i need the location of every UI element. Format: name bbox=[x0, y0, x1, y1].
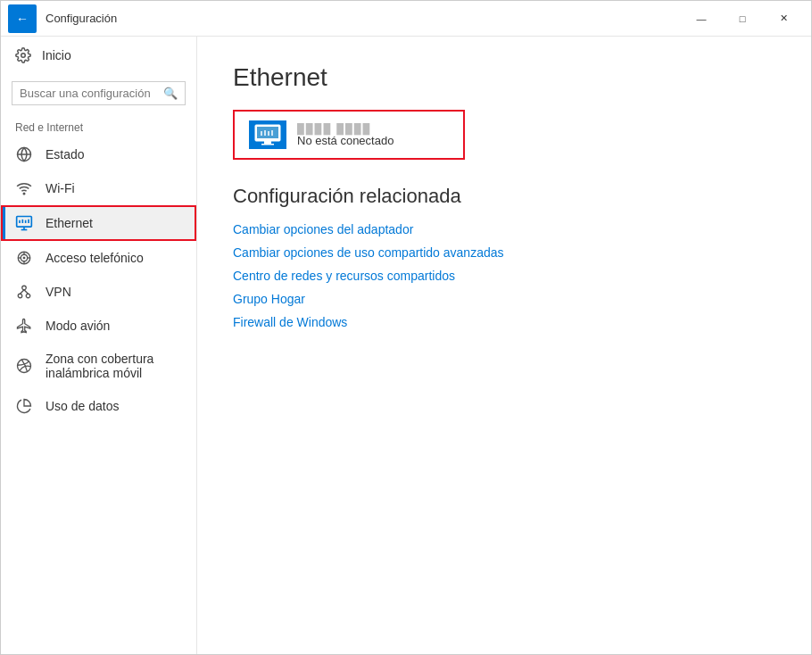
svg-point-12 bbox=[21, 254, 28, 261]
wifi-label: Wi-Fi bbox=[46, 181, 75, 195]
link-centro-redes[interactable]: Centro de redes y recursos compartidos bbox=[233, 269, 775, 283]
main-panel: Ethernet bbox=[197, 37, 811, 654]
close-button[interactable]: ✕ bbox=[763, 1, 804, 37]
sidebar-item-acceso[interactable]: Acceso telefónico bbox=[1, 241, 196, 275]
vpn-icon bbox=[15, 284, 33, 300]
svg-point-19 bbox=[18, 294, 22, 298]
sidebar-item-ethernet[interactable]: Ethernet bbox=[1, 205, 196, 241]
acceso-label: Acceso telefónico bbox=[46, 251, 144, 265]
titlebar: ← Configuración — □ ✕ bbox=[1, 1, 811, 37]
network-name: ████ ████ bbox=[297, 123, 394, 134]
plane-icon bbox=[15, 318, 33, 334]
svg-line-22 bbox=[24, 290, 29, 294]
link-compartido-avanzadas[interactable]: Cambiar opciones de uso compartido avanz… bbox=[233, 245, 775, 260]
sidebar-category: Red e Internet bbox=[1, 112, 196, 137]
minimize-button[interactable]: — bbox=[681, 1, 722, 37]
svg-point-0 bbox=[21, 54, 26, 58]
maximize-button[interactable]: □ bbox=[722, 1, 763, 37]
datos-label: Uso de datos bbox=[46, 399, 120, 413]
sidebar-item-wifi[interactable]: Wi-Fi bbox=[1, 171, 196, 205]
inicio-label: Inicio bbox=[42, 48, 71, 62]
svg-point-18 bbox=[22, 286, 27, 290]
phone-icon bbox=[15, 250, 33, 266]
link-firewall[interactable]: Firewall de Windows bbox=[233, 315, 775, 329]
avion-label: Modo avión bbox=[46, 319, 110, 333]
sidebar-item-zona[interactable]: Zona con cobertura inalámbrica móvil bbox=[1, 343, 196, 389]
hotspot-icon bbox=[15, 358, 33, 374]
svg-point-3 bbox=[23, 193, 25, 195]
link-cambiar-adaptador[interactable]: Cambiar opciones del adaptador bbox=[233, 222, 775, 236]
page-title: Ethernet bbox=[233, 63, 775, 92]
search-icon: 🔍 bbox=[163, 87, 178, 100]
sidebar-item-estado[interactable]: Estado bbox=[1, 137, 196, 171]
search-box[interactable]: 🔍 bbox=[12, 81, 186, 105]
data-icon bbox=[15, 398, 33, 414]
window-controls: — □ ✕ bbox=[681, 1, 804, 37]
wifi-icon bbox=[15, 180, 33, 196]
svg-rect-27 bbox=[261, 144, 274, 145]
sidebar-item-vpn[interactable]: VPN bbox=[1, 275, 196, 309]
vpn-label: VPN bbox=[46, 285, 71, 299]
zona-label: Zona con cobertura inalámbrica móvil bbox=[46, 352, 182, 380]
svg-rect-25 bbox=[257, 127, 278, 138]
sidebar-item-datos[interactable]: Uso de datos bbox=[1, 389, 196, 423]
window-title: Configuración bbox=[46, 12, 117, 25]
svg-point-13 bbox=[23, 257, 25, 259]
sidebar-item-avion[interactable]: Modo avión bbox=[1, 309, 196, 343]
gear-icon bbox=[15, 47, 31, 63]
globe-icon bbox=[15, 146, 33, 162]
link-grupo-hogar[interactable]: Grupo Hogar bbox=[233, 292, 775, 306]
network-card[interactable]: ████ ████ No está conectado bbox=[233, 110, 465, 160]
related-config-title: Configuración relacionada bbox=[233, 185, 775, 208]
sidebar: Inicio 🔍 Red e Internet Estado bbox=[1, 37, 197, 654]
network-status: No está conectado bbox=[297, 134, 394, 147]
svg-line-21 bbox=[21, 290, 25, 294]
svg-rect-4 bbox=[17, 217, 32, 228]
svg-point-20 bbox=[26, 294, 30, 298]
estado-label: Estado bbox=[46, 147, 85, 162]
content-area: Inicio 🔍 Red e Internet Estado bbox=[1, 37, 811, 654]
window: ← Configuración — □ ✕ bbox=[0, 0, 812, 655]
back-button[interactable]: ← bbox=[8, 4, 37, 33]
sidebar-item-inicio[interactable]: Inicio bbox=[1, 37, 196, 74]
svg-rect-26 bbox=[264, 141, 271, 144]
ethernet-label: Ethernet bbox=[46, 216, 93, 230]
network-card-icon bbox=[249, 120, 286, 149]
search-input[interactable] bbox=[20, 87, 158, 100]
network-info: ████ ████ No está conectado bbox=[297, 123, 394, 147]
ethernet-icon bbox=[15, 214, 33, 232]
